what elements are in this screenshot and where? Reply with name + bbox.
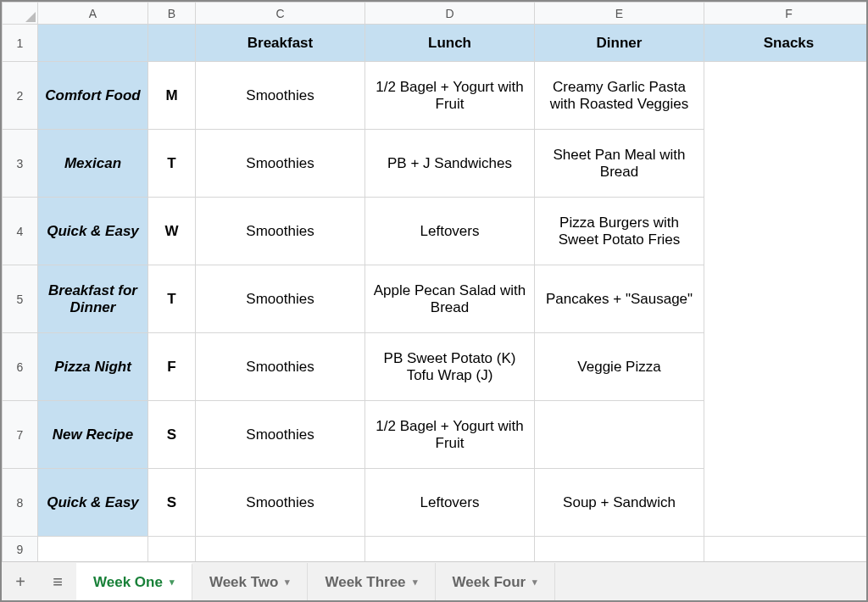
cell-D1-lunch[interactable]: Lunch: [365, 25, 535, 62]
cell-A7-theme[interactable]: New Recipe: [38, 401, 148, 469]
row-9: 9: [3, 537, 867, 562]
row-1: 1 Breakfast Lunch Dinner Snacks: [3, 25, 867, 62]
cell-C3[interactable]: Smoothies: [196, 130, 365, 198]
col-header-E[interactable]: E: [535, 3, 704, 25]
cell-A5-theme[interactable]: Breakfast for Dinner: [38, 265, 148, 333]
cell-D2[interactable]: 1/2 Bagel + Yogurt with Fruit: [365, 62, 535, 130]
cell-A8-theme[interactable]: Quick & Easy: [38, 469, 148, 537]
row-header-1[interactable]: 1: [3, 25, 38, 62]
cell-C4[interactable]: Smoothies: [196, 198, 365, 265]
cell-E1-dinner[interactable]: Dinner: [535, 25, 704, 62]
col-header-B[interactable]: B: [148, 3, 196, 25]
cell-C9[interactable]: [196, 537, 365, 562]
row-header-8[interactable]: 8: [3, 469, 38, 537]
col-header-F[interactable]: F: [704, 3, 867, 25]
tab-week-one[interactable]: Week One ▾: [76, 563, 192, 602]
cell-B7-day[interactable]: S: [148, 401, 196, 469]
col-header-C[interactable]: C: [196, 3, 365, 25]
cell-A9[interactable]: [38, 537, 148, 562]
row-header-3[interactable]: 3: [3, 130, 38, 198]
tab-label: Week Three: [325, 574, 405, 591]
cell-D7[interactable]: 1/2 Bagel + Yogurt with Fruit: [365, 401, 535, 469]
cell-D3[interactable]: PB + J Sandwiches: [365, 130, 535, 198]
chevron-down-icon: ▾: [532, 577, 537, 588]
row-header-7[interactable]: 7: [3, 401, 38, 469]
cell-E4[interactable]: Pizza Burgers with Sweet Potato Fries: [535, 198, 704, 265]
cell-C5[interactable]: Smoothies: [196, 265, 365, 333]
cell-A4-theme[interactable]: Quick & Easy: [38, 198, 148, 265]
cell-A2-theme[interactable]: Comfort Food: [38, 62, 148, 130]
cell-F2-snacks-merged[interactable]: [704, 62, 867, 537]
cell-E8[interactable]: Soup + Sandwich: [535, 469, 704, 537]
cell-E6[interactable]: Veggie Pizza: [535, 333, 704, 401]
spreadsheet-grid[interactable]: A B C D E F 1 Breakfast Lunch Dinner Sna…: [2, 2, 866, 561]
cell-A6-theme[interactable]: Pizza Night: [38, 333, 148, 401]
cell-E7[interactable]: [535, 401, 704, 469]
cell-F1-snacks[interactable]: Snacks: [704, 25, 867, 62]
tab-week-two[interactable]: Week Two ▾: [192, 563, 309, 602]
cell-D4[interactable]: Leftovers: [365, 198, 535, 265]
tab-label: Week One: [93, 574, 163, 591]
row-2: 2 Comfort Food M Smoothies 1/2 Bagel + Y…: [3, 62, 867, 130]
cell-B8-day[interactable]: S: [148, 469, 196, 537]
sheet-tab-bar: + ≡ Week One ▾ Week Two ▾ Week Three ▾ W…: [2, 561, 866, 602]
chevron-down-icon: ▾: [170, 577, 175, 588]
cell-E2[interactable]: Creamy Garlic Pasta with Roasted Veggies: [535, 62, 704, 130]
cell-B1[interactable]: [148, 25, 196, 62]
cell-B5-day[interactable]: T: [148, 265, 196, 333]
row-header-2[interactable]: 2: [3, 62, 38, 130]
row-header-9[interactable]: 9: [3, 537, 38, 562]
cell-C2[interactable]: Smoothies: [196, 62, 365, 130]
tab-label: Week Four: [453, 574, 526, 591]
cell-C8[interactable]: Smoothies: [196, 469, 365, 537]
cell-D6[interactable]: PB Sweet Potato (K) Tofu Wrap (J): [365, 333, 535, 401]
cell-C1-breakfast[interactable]: Breakfast: [196, 25, 365, 62]
col-header-A[interactable]: A: [38, 3, 148, 25]
row-header-6[interactable]: 6: [3, 333, 38, 401]
cell-A1[interactable]: [38, 25, 148, 62]
column-header-row: A B C D E F: [3, 3, 867, 25]
chevron-down-icon: ▾: [413, 577, 418, 588]
cell-E9[interactable]: [535, 537, 704, 562]
cell-E5[interactable]: Pancakes + "Sausage": [535, 265, 704, 333]
cell-C6[interactable]: Smoothies: [196, 333, 365, 401]
select-all-corner[interactable]: [3, 3, 38, 25]
cell-D8[interactable]: Leftovers: [365, 469, 535, 537]
cell-F9[interactable]: [704, 537, 867, 562]
cell-B6-day[interactable]: F: [148, 333, 196, 401]
chevron-down-icon: ▾: [285, 577, 290, 588]
tab-week-four[interactable]: Week Four ▾: [436, 563, 556, 602]
cell-B3-day[interactable]: T: [148, 130, 196, 198]
cell-B9[interactable]: [148, 537, 196, 562]
tab-week-three[interactable]: Week Three ▾: [308, 563, 435, 602]
menu-icon: ≡: [53, 572, 63, 592]
cell-B4-day[interactable]: W: [148, 198, 196, 265]
cell-D9[interactable]: [365, 537, 535, 562]
row-header-4[interactable]: 4: [3, 198, 38, 265]
col-header-D[interactable]: D: [365, 3, 535, 25]
cell-C7[interactable]: Smoothies: [196, 401, 365, 469]
cell-E3[interactable]: Sheet Pan Meal with Bread: [535, 130, 704, 198]
cell-B2-day[interactable]: M: [148, 62, 196, 130]
cell-A3-theme[interactable]: Mexican: [38, 130, 148, 198]
row-header-5[interactable]: 5: [3, 265, 38, 333]
tab-label: Week Two: [209, 574, 279, 591]
all-sheets-button[interactable]: ≡: [39, 563, 76, 602]
cell-D5[interactable]: Apple Pecan Salad with Bread: [365, 265, 535, 333]
plus-icon: +: [15, 572, 25, 592]
add-sheet-button[interactable]: +: [2, 563, 39, 602]
